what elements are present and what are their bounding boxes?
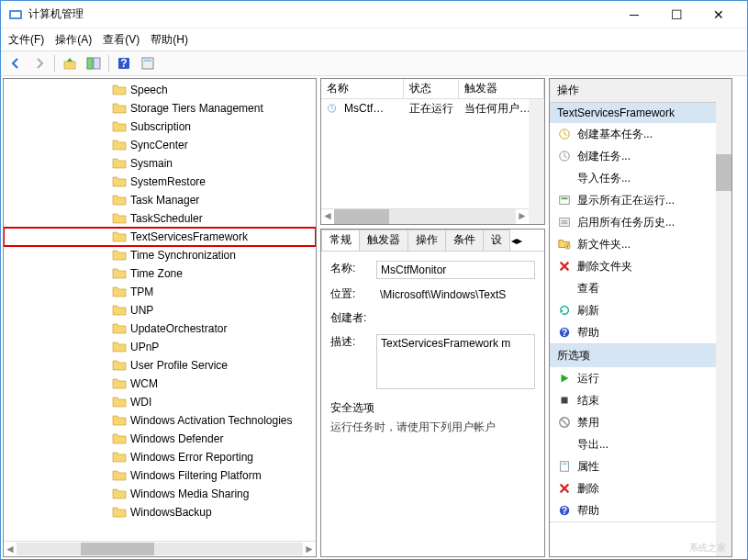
location-value: \Microsoft\Windows\TextS (376, 286, 535, 303)
tree-item[interactable]: Windows Activation Technologies (4, 411, 316, 430)
tree-item[interactable]: Task Manager (4, 191, 316, 209)
action-task[interactable]: 创建任务... (550, 145, 731, 167)
task-basic-icon (557, 127, 572, 141)
actions-group-label: TextServicesFramework (557, 106, 675, 119)
up-button[interactable] (59, 53, 81, 73)
tab-general[interactable]: 常规 (321, 230, 360, 251)
action-running[interactable]: 显示所有正在运行... (550, 189, 731, 211)
action-run[interactable]: 运行 (550, 367, 731, 389)
action-task-basic[interactable]: 创建基本任务... (550, 123, 731, 145)
action-view[interactable]: 查看▶ (550, 277, 731, 299)
tree-item[interactable]: UpdateOrchestrator (4, 319, 316, 338)
properties-button[interactable] (137, 53, 159, 73)
col-trigger[interactable]: 触发器 (459, 79, 544, 98)
tree-item[interactable]: Time Synchronization (4, 246, 316, 264)
action-disable[interactable]: 禁用 (550, 411, 731, 433)
tree-item-label: UpdateOrchestrator (130, 322, 227, 335)
tree-item[interactable]: User Profile Service (4, 356, 316, 375)
svg-text:?: ? (562, 327, 567, 338)
action-label: 创建基本任务... (577, 127, 724, 142)
toolbar-separator (54, 55, 55, 72)
end-icon (557, 393, 572, 408)
tree-item[interactable]: TaskScheduler (4, 209, 316, 228)
actions-group-selection[interactable]: 所选项 (550, 344, 731, 367)
menu-action[interactable]: 操作(A) (55, 32, 92, 48)
tree-item[interactable]: SyncCenter (4, 136, 316, 154)
task-row[interactable]: MsCtfMoni... 正在运行 当任何用户登录 (321, 99, 544, 118)
action-export[interactable]: 导出... (550, 433, 731, 455)
action-newfolder[interactable]: 新文件夹... (550, 233, 731, 255)
action-delete[interactable]: 删除 (550, 477, 731, 499)
folder-icon (112, 341, 127, 353)
action-end[interactable]: 结束 (550, 389, 731, 411)
tree-item[interactable]: TextServicesFramework (4, 228, 316, 246)
tree-item[interactable]: Time Zone (4, 264, 316, 283)
tree-item[interactable]: Windows Media Sharing (4, 485, 316, 503)
help-button[interactable]: ? (113, 53, 135, 73)
action-refresh[interactable]: 刷新 (550, 299, 731, 321)
maximize-button[interactable]: ☐ (655, 1, 698, 28)
menu-file[interactable]: 文件(F) (8, 32, 44, 48)
tree[interactable]: SpeechStorage Tiers ManagementSubscripti… (4, 79, 316, 541)
tab-conditions[interactable]: 条件 (445, 230, 484, 251)
folder-icon (112, 175, 127, 188)
menu-help[interactable]: 帮助(H) (151, 32, 188, 48)
location-label: 位置: (330, 286, 376, 303)
action-help[interactable]: ?帮助 (550, 321, 731, 343)
actions-vertical-scrollbar[interactable] (716, 99, 731, 556)
folder-icon (112, 139, 127, 151)
tab-settings[interactable]: 设 (483, 230, 510, 251)
tree-item[interactable]: TPM (4, 283, 316, 301)
action-history[interactable]: 启用所有任务历史... (550, 211, 731, 233)
name-value[interactable]: MsCtfMonitor (376, 261, 535, 279)
tree-item[interactable]: UPnP (4, 338, 316, 356)
forward-button[interactable] (28, 53, 50, 73)
tab-scroll-arrows[interactable]: ◂▸ (509, 230, 524, 251)
col-name[interactable]: 名称 (321, 79, 404, 98)
delete-icon (557, 481, 572, 496)
svg-rect-13 (562, 197, 568, 199)
tree-item[interactable]: Sysmain (4, 154, 316, 173)
action-help[interactable]: ?帮助 (550, 499, 731, 521)
close-button[interactable]: ✕ (698, 1, 740, 28)
tree-item[interactable]: UNP (4, 301, 316, 319)
security-section-label: 安全选项 (330, 400, 535, 416)
actions-group-contextual[interactable]: TextServicesFramework (550, 103, 731, 123)
menu-view[interactable]: 查看(V) (103, 32, 140, 48)
folder-icon (112, 359, 127, 372)
action-import[interactable]: 导入任务... (550, 167, 731, 189)
action-label: 新文件夹... (577, 237, 724, 252)
tree-item[interactable]: Windows Filtering Platform (4, 466, 316, 485)
tab-triggers[interactable]: 触发器 (359, 230, 408, 251)
tree-item[interactable]: Speech (4, 81, 316, 99)
tree-item[interactable]: Windows Error Reporting (4, 448, 316, 466)
tree-item[interactable]: WDI (4, 393, 316, 411)
action-label: 导出... (577, 437, 724, 453)
tree-item[interactable]: WindowsBackup (4, 503, 316, 521)
minimize-button[interactable]: ─ (613, 1, 655, 28)
tree-item[interactable]: WCM (4, 375, 316, 393)
svg-text:?: ? (562, 505, 567, 516)
tab-actions[interactable]: 操作 (407, 230, 446, 251)
show-hide-tree-button[interactable] (83, 53, 105, 73)
actions-group-label: 所选项 (557, 348, 590, 364)
tree-item[interactable]: Subscription (4, 118, 316, 136)
col-status[interactable]: 状态 (404, 79, 459, 98)
horizontal-scrollbar[interactable]: ◄ ► (4, 541, 316, 556)
action-properties[interactable]: 属性 (550, 455, 731, 477)
window-title: 计算机管理 (28, 6, 613, 22)
tasklist-vertical-scrollbar[interactable] (529, 99, 544, 224)
tree-item[interactable]: Storage Tiers Management (4, 99, 316, 118)
desc-value[interactable]: TextServicesFramework m (376, 334, 535, 389)
action-deletefolder[interactable]: 删除文件夹 (550, 255, 731, 277)
tasklist-horizontal-scrollbar[interactable]: ◄ ► (321, 208, 529, 224)
action-label: 删除 (577, 481, 724, 497)
svg-rect-4 (94, 58, 100, 69)
back-button[interactable] (5, 53, 27, 73)
tree-item[interactable]: SystemRestore (4, 173, 316, 191)
tree-pane: SpeechStorage Tiers ManagementSubscripti… (3, 78, 317, 557)
action-label: 启用所有任务历史... (577, 215, 724, 230)
import-icon (557, 171, 572, 185)
tree-item[interactable]: Windows Defender (4, 430, 316, 448)
folder-icon (112, 432, 127, 445)
